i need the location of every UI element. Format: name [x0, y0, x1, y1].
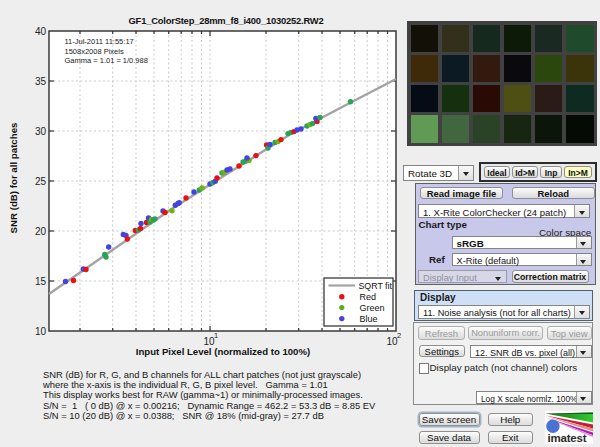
svg-text:25: 25	[35, 176, 47, 187]
svg-text:10: 10	[35, 326, 47, 337]
svg-text:Gamma = 1.01 = 1/0.988: Gamma = 1.01 = 1/0.988	[65, 56, 148, 65]
svg-text:SQRT fit: SQRT fit	[359, 281, 393, 291]
svg-text:Green: Green	[360, 303, 385, 313]
svg-text:Input Pixel Level (normalized: Input Pixel Level (normalized to 100%)	[136, 346, 310, 357]
svg-text:SNR (dB) for all patches: SNR (dB) for all patches	[8, 123, 19, 234]
svg-text:30: 30	[35, 126, 47, 137]
svg-text:GF1_ColorStep_28mm_f8_i400_103: GF1_ColorStep_28mm_f8_i400_1030252.RW2	[129, 15, 324, 26]
svg-text:Blue: Blue	[360, 314, 378, 324]
svg-text:20: 20	[35, 226, 47, 237]
svg-text:15: 15	[35, 276, 47, 287]
svg-text:imatest: imatest	[547, 432, 586, 444]
svg-text:2: 2	[397, 331, 401, 340]
svg-text:40: 40	[35, 26, 47, 37]
svg-text:11-Jul-2011 11:55:17: 11-Jul-2011 11:55:17	[65, 37, 134, 46]
svg-text:1508x2008 Pixels: 1508x2008 Pixels	[65, 47, 124, 56]
svg-text:35: 35	[35, 76, 47, 87]
svg-text:Red: Red	[360, 292, 377, 302]
svg-text:1: 1	[214, 331, 218, 340]
